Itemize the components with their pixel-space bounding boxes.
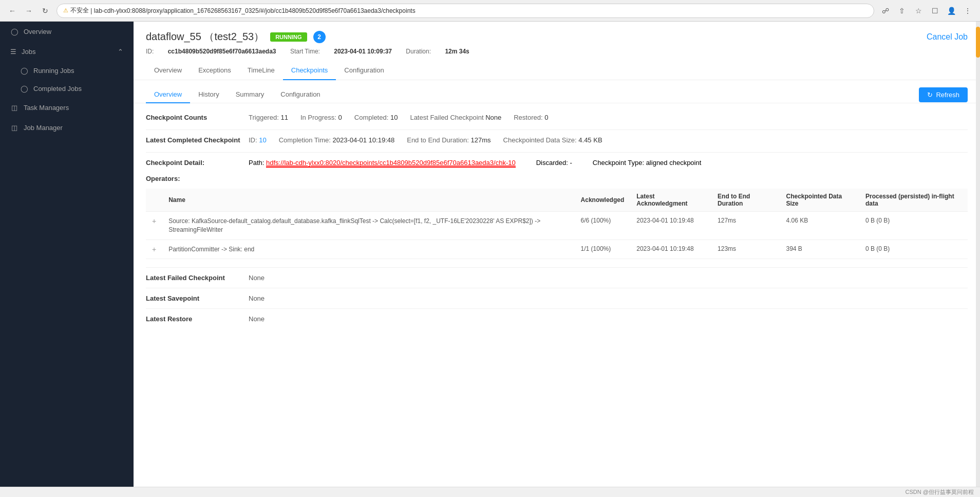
discarded-label: Discarded: — [536, 159, 568, 167]
sidebar-item-completed-jobs[interactable]: ◯ Completed Jobs — [10, 80, 134, 98]
in-progress-section: In Progress: 0 — [300, 114, 342, 121]
restored-section: Restored: 0 — [514, 114, 548, 121]
failed-checkpoint-val: None — [249, 274, 265, 282]
op-name: PartitionCommitter -> Sink: end — [162, 240, 574, 259]
running-jobs-icon: ◯ — [21, 67, 28, 75]
col-data-size: Checkpointed Data Size — [780, 189, 859, 212]
bookmark-button[interactable]: ☆ — [911, 4, 926, 18]
completion-time-label: Completion Time: — [279, 136, 331, 144]
path-section: Path: hdfs://lab-cdh-ylxx0:8020/checkpoi… — [249, 159, 516, 167]
in-progress-val: 0 — [338, 114, 342, 121]
tab-exceptions[interactable]: Exceptions — [190, 61, 239, 80]
job-name-text: dataflow_55 — [146, 31, 201, 42]
op-e2e: 127ms — [711, 212, 780, 240]
separator-2 — [146, 152, 968, 153]
start-time-value: 2023-04-01 10:09:37 — [334, 48, 392, 55]
table-row: + Source: KafkaSource-default_catalog.de… — [146, 212, 968, 240]
security-warning: ⚠ — [63, 7, 68, 14]
menu-button[interactable]: ⋮ — [960, 4, 975, 18]
sidebar-item-running-jobs[interactable]: ◯ Running Jobs — [10, 62, 134, 80]
job-title-left: dataflow_55 （test2_53） RUNNING 2 — [146, 30, 326, 44]
completed-jobs-icon: ◯ — [21, 85, 28, 93]
checkpoint-detail-row: Checkpoint Detail: Path: hdfs://lab-cdh-… — [146, 159, 968, 167]
duration-value: 12m 34s — [445, 48, 469, 55]
col-processed: Processed (persisted) in-flight data — [859, 189, 968, 212]
start-time-label: Start Time: — [290, 48, 320, 55]
col-latest-ack: Latest Acknowledgment — [630, 189, 711, 212]
address-bar[interactable]: ⚠ 不安全 | lab-cdh-ylxx0:8088/proxy/applica… — [56, 4, 874, 18]
path-value[interactable]: hdfs://lab-cdh-ylxx0:8020/checkpoints/cc… — [266, 159, 516, 168]
sub-tabs: Overview History Summary Configuration — [146, 86, 329, 103]
op-acknowledged: 1/1 (100%) — [575, 240, 631, 259]
reload-button[interactable]: ↻ — [38, 4, 52, 18]
sidebar-item-overview[interactable]: ◯ Overview — [0, 22, 134, 42]
sidebar-item-task-managers[interactable]: ◫ Task Managers — [0, 98, 134, 118]
expand-col — [146, 189, 162, 212]
job-id-section: ID: cc1b4809b520d9f85e6f70a6613aeda3 — [146, 48, 278, 55]
triggered-label: Triggered: — [249, 114, 279, 121]
profile-button[interactable]: 👤 — [944, 4, 958, 18]
path-label: Path: — [249, 159, 264, 167]
discarded-val: - — [570, 159, 572, 167]
cp-id-val: 10 — [259, 136, 266, 144]
e2e-duration-section: End to End Duration: 127ms — [407, 136, 491, 144]
op-processed: 0 B (0 B) — [859, 240, 968, 259]
share-button[interactable]: ⇧ — [895, 4, 909, 18]
restore-row: Latest Restore None — [146, 308, 968, 329]
address-warning-text: 不安全 — [70, 6, 89, 15]
forward-button[interactable]: → — [22, 4, 36, 18]
tab-button[interactable]: ☐ — [928, 4, 942, 18]
sidebar-item-job-manager[interactable]: ◫ Job Manager — [0, 118, 134, 138]
sub-tabs-bar: Overview History Summary Configuration ↻… — [134, 80, 980, 103]
duration-section: Duration: 12m 34s — [406, 48, 469, 55]
tab-checkpoints[interactable]: Checkpoints — [283, 61, 336, 80]
refresh-button[interactable]: ↻ Refresh — [919, 87, 968, 102]
sidebar-task-managers-label: Task Managers — [24, 104, 69, 112]
col-name: Name — [162, 189, 574, 212]
tab-configuration[interactable]: Configuration — [336, 61, 392, 80]
completion-time-section: Completion Time: 2023-04-01 10:19:48 — [279, 136, 395, 144]
job-title-row: dataflow_55 （test2_53） RUNNING 2 Cancel … — [146, 30, 968, 44]
jobs-chevron-icon: ⌃ — [118, 48, 123, 56]
checkpoint-detail-label: Checkpoint Detail: — [146, 159, 249, 167]
address-separator: | — [89, 7, 94, 14]
id-value: cc1b4809b520d9f85e6f70a6613aeda3 — [168, 48, 276, 55]
sub-tab-history[interactable]: History — [190, 86, 227, 103]
op-acknowledged: 6/6 (100%) — [575, 212, 631, 240]
latest-completed-values: ID: 10 Completion Time: 2023-04-01 10:19… — [249, 136, 602, 144]
tab-timeline[interactable]: TimeLine — [239, 61, 283, 80]
col-e2e: End to End Duration — [711, 189, 780, 212]
tab-overview[interactable]: Overview — [146, 61, 190, 80]
screen-capture-button[interactable]: ☍ — [878, 4, 893, 18]
cp-id-section: ID: 10 — [249, 136, 267, 144]
restored-label: Restored: — [514, 114, 542, 121]
expand-btn[interactable]: + — [146, 212, 162, 240]
sidebar-item-jobs[interactable]: ☰ Jobs ⌃ — [0, 42, 134, 62]
expand-btn[interactable]: + — [146, 240, 162, 259]
cp-type-val: aligned checkpoint — [646, 159, 702, 167]
failed-checkpoint-row: Latest Failed Checkpoint None — [146, 267, 968, 288]
id-label: ID: — [146, 48, 154, 55]
sub-tab-summary[interactable]: Summary — [228, 86, 273, 103]
restore-label: Latest Restore — [146, 315, 249, 323]
cancel-job-button[interactable]: Cancel Job — [927, 32, 968, 42]
sidebar-completed-jobs-label: Completed Jobs — [33, 85, 82, 93]
sub-tab-overview[interactable]: Overview — [146, 86, 190, 103]
sidebar-jobs-label: Jobs — [22, 48, 35, 56]
discarded-section: Discarded: - — [536, 159, 572, 167]
sidebar-sub-jobs: ◯ Running Jobs ◯ Completed Jobs — [0, 62, 134, 98]
sub-tab-configuration[interactable]: Configuration — [272, 86, 328, 103]
latest-completed-label: Latest Completed Checkpoint — [146, 136, 249, 144]
refresh-label: Refresh — [936, 91, 959, 99]
sidebar-job-manager-label: Job Manager — [24, 124, 63, 132]
operators-title: Operators: — [146, 175, 968, 182]
parallelism-badge: 2 — [313, 31, 326, 43]
scrollbar-thumb[interactable] — [976, 27, 980, 58]
sidebar-running-jobs-label: Running Jobs — [33, 67, 74, 75]
browser-bar: ← → ↻ ⚠ 不安全 | lab-cdh-ylxx0:8088/proxy/a… — [0, 0, 980, 22]
right-scrollbar[interactable] — [976, 22, 980, 487]
checkpoint-counts-values: Triggered: 11 In Progress: 0 Completed: … — [249, 114, 548, 121]
back-button[interactable]: ← — [5, 4, 20, 18]
savepoint-val: None — [249, 294, 265, 302]
failed-checkpoint-label: Latest Failed Checkpoint — [146, 274, 249, 282]
